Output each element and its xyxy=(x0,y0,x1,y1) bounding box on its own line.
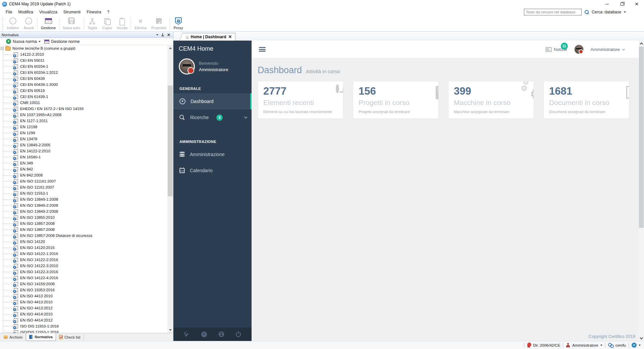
tree-scrollbar[interactable] xyxy=(167,45,173,333)
new-norm-dropdown-icon[interactable] xyxy=(39,41,41,42)
tree-item[interactable]: EN ISO 13849-2:2008 xyxy=(0,202,167,208)
cut-button[interactable]: Taglia xyxy=(85,16,100,31)
tree-item[interactable]: EN ISO 13849-1:2008 xyxy=(0,196,167,202)
user-menu[interactable]: Amministratore xyxy=(591,47,625,52)
tab-check-list[interactable]: Check list xyxy=(56,333,84,341)
tree-item[interactable]: EN ISO 14122-2:2016 xyxy=(0,257,167,263)
hamburger-menu-icon[interactable] xyxy=(259,47,266,52)
tree-item[interactable]: EN ISO 4413:2010 xyxy=(0,299,167,305)
tree-item[interactable]: CEI EN 60439-1:2000 xyxy=(0,82,167,88)
tree-item[interactable]: EN ISO 13857:2008 Distanze di sicurezza xyxy=(0,233,167,239)
statusbar-user-selector[interactable]: Amministratore xyxy=(566,343,602,347)
tree-item[interactable]: EN 349 xyxy=(0,160,167,166)
collapse-expander-icon[interactable]: − xyxy=(1,47,4,50)
properties-button[interactable]: Proprietà xyxy=(149,16,169,31)
tree-item[interactable]: EN ISO 13857:2008 xyxy=(0,227,167,233)
tree-item[interactable]: CEI EN 60204-1:2012 xyxy=(0,69,167,76)
tree-root-node[interactable]: − Norme tecniche B (comune a gruppi) xyxy=(0,45,167,51)
tree-item[interactable]: EN 1127-1:2011 xyxy=(0,118,167,124)
tab-normativa[interactable]: Normativa xyxy=(26,333,56,341)
menu-strumenti[interactable]: Strumenti xyxy=(60,9,84,15)
menu-visualizza[interactable]: Visualizza xyxy=(36,9,60,15)
tab-home-dashboard[interactable]: ⌂ Home | Dashboard ✕ xyxy=(183,33,235,41)
sidebar-item-amministrazione[interactable]: Amministrazione xyxy=(173,146,252,162)
tree-item[interactable]: EN ISO 19353:2016 xyxy=(0,287,167,293)
header-avatar[interactable] xyxy=(574,44,584,54)
tree-item[interactable]: CEI EN 55011 xyxy=(0,57,167,63)
user-avatar[interactable] xyxy=(179,58,195,74)
tree-item[interactable]: EN 12198 xyxy=(0,124,167,130)
search-database-button[interactable]: Cerca: database xyxy=(592,10,621,14)
paste-button[interactable]: Incolla xyxy=(114,16,130,31)
menu-finestra[interactable]: Finestra xyxy=(84,9,104,15)
tree-item[interactable]: EN 1037:1995+A1:2008 xyxy=(0,112,167,118)
card-elementi-recenti[interactable]: 2777 Elementi recenti Elementi su cui ha… xyxy=(258,81,343,119)
tree-scrollbar-thumb[interactable] xyxy=(168,86,173,196)
tree-item[interactable]: EN ISO 4413:2012 xyxy=(0,305,167,311)
tab-archivio[interactable]: Archivio xyxy=(1,333,26,341)
tree-item[interactable]: EN ISO 4414:2012 xyxy=(0,317,167,323)
delete-button[interactable]: × Elimina xyxy=(132,16,149,31)
tree-item[interactable]: CEI EN 61439-1 xyxy=(0,94,167,100)
tree-item[interactable]: EN ISO 4414:2010 xyxy=(0,311,167,317)
tree-item[interactable]: EN 842 xyxy=(0,166,167,172)
directive-selector[interactable]: Dir. 2006/42/CE xyxy=(527,343,560,348)
tree-item[interactable]: EN 13849-2:2005 xyxy=(0,142,167,148)
scroll-down-arrow[interactable] xyxy=(167,327,173,333)
menu-file[interactable]: File xyxy=(3,9,15,15)
wrench-icon[interactable] xyxy=(184,332,190,337)
manage-norms-button[interactable]: Gestione norme xyxy=(51,39,79,44)
proxy-button[interactable]: Proxy xyxy=(171,16,186,31)
dashboard-scrollbar[interactable] xyxy=(639,41,644,341)
panel-close-icon[interactable]: ✕ xyxy=(167,33,170,37)
tree-item[interactable]: CNR 10011 xyxy=(0,100,167,106)
tree-item[interactable]: EHEDG / EN 1672-2 / EN ISO 14159 xyxy=(0,106,167,112)
menu-modifica[interactable]: Modifica xyxy=(15,9,36,15)
tree-item[interactable]: EN 842:2008 xyxy=(0,172,167,178)
database-search-input[interactable]: Testo da cercare nel database xyxy=(524,9,582,15)
tree-item[interactable]: EN ISO 13849-2:2008 xyxy=(0,208,167,214)
tree-item[interactable]: EN ISO 14120:2015 xyxy=(0,245,167,251)
tree-item[interactable]: EN ISO 14120 xyxy=(0,239,167,245)
pin-icon[interactable] xyxy=(161,33,164,37)
tree-item[interactable]: CEI EN 60519 xyxy=(0,88,167,94)
scroll-down-arrow[interactable] xyxy=(639,336,644,341)
tree-item[interactable]: EN ISO 11553-1 xyxy=(0,190,167,196)
tree-item[interactable]: EN 16590-1 xyxy=(0,154,167,160)
back-button[interactable]: ← Indietro xyxy=(4,16,21,31)
connection-indicator[interactable]: cemfu xyxy=(608,343,626,347)
sidebar-item-ricerche[interactable]: Ricerche 0 xyxy=(173,109,252,126)
tree-item[interactable]: EN 1299 xyxy=(0,130,167,136)
sidebar-item-calendario[interactable]: Calendario xyxy=(173,162,252,179)
power-icon[interactable] xyxy=(236,332,241,337)
dashboard-scrollbar-thumb[interactable] xyxy=(639,47,644,228)
tree-item[interactable]: EN ISO 4413 2010 xyxy=(0,293,167,299)
tab-close-icon[interactable]: ✕ xyxy=(228,35,232,39)
menu-help[interactable]: ? xyxy=(104,9,113,15)
news-button[interactable]: Notizie 11 xyxy=(546,47,567,52)
new-norm-button[interactable]: Nuova norma xyxy=(13,39,37,44)
panel-menu-dropdown-icon[interactable] xyxy=(156,34,158,36)
save-all-button[interactable]: Salva tutto xyxy=(60,16,83,31)
sidebar-item-dashboard[interactable]: Dashboard xyxy=(173,93,252,109)
card-documenti-in-corso[interactable]: 1681 Documenti in corso Documenti assegn… xyxy=(543,81,629,119)
tree-item[interactable]: CEI EN 60204-1 xyxy=(0,63,167,69)
tree-item[interactable]: EN ISO 14122-3:2016 xyxy=(0,269,167,275)
tree-item[interactable]: ISO DIS 11553-1:2016 xyxy=(0,323,167,329)
tree-item[interactable]: EN 13478 xyxy=(0,136,167,142)
tree-item[interactable]: EN ISO 14122-3:2010 xyxy=(0,263,167,269)
scroll-up-arrow[interactable] xyxy=(167,45,173,51)
tree-item[interactable]: EN 14122-2:2010 xyxy=(0,148,167,154)
card-macchine-in-corso[interactable]: 399 Macchine in corso Macchine assegnate… xyxy=(448,81,534,119)
tree-item[interactable]: 14122-2:2010 xyxy=(0,51,167,57)
tree-item[interactable]: ISO/DIS 11553-1:2016 xyxy=(0,329,167,333)
close-button[interactable]: ✕ xyxy=(629,0,644,8)
help-icon[interactable]: ? xyxy=(201,332,207,337)
scroll-up-arrow[interactable] xyxy=(639,41,644,46)
tree-item[interactable]: EN ISO 14122-4:2016 xyxy=(0,275,167,281)
forward-button[interactable]: → Avanti xyxy=(21,16,36,31)
minimize-button[interactable] xyxy=(600,0,614,8)
restore-button[interactable] xyxy=(614,0,629,8)
tree-item[interactable]: EN ISO 13857:2008 xyxy=(0,220,167,227)
tree-item[interactable]: EN ISO 111161:2007 xyxy=(0,178,167,184)
